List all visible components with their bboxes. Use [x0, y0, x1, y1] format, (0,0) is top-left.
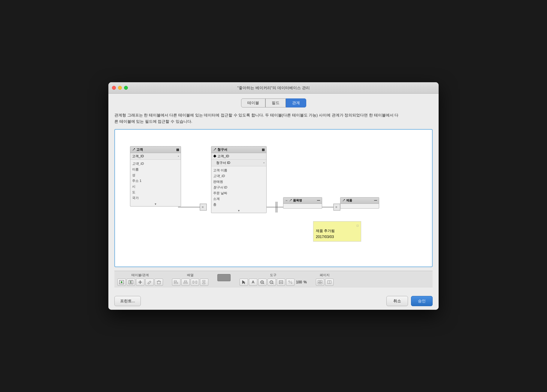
toolbar-tools: 도구 A	[240, 273, 307, 286]
note-box-header: □	[316, 224, 358, 227]
table-row: 이름	[132, 167, 179, 172]
svg-point-46	[291, 282, 292, 284]
toolbar-page: 페이지	[316, 273, 334, 286]
toolbar-page-buttons	[316, 279, 334, 286]
fit-button[interactable]	[277, 279, 285, 286]
page-grid-button[interactable]	[316, 279, 324, 286]
tab-relation[interactable]: 관계	[286, 98, 306, 107]
toolbar-arrangement: 배열	[172, 273, 208, 286]
add-table-button[interactable]	[117, 279, 126, 286]
svg-text:=: =	[335, 205, 337, 209]
svg-rect-7	[334, 204, 340, 210]
product-name-header: ← ↗ 품목명 —	[283, 198, 322, 204]
print-button[interactable]: 프린트...	[114, 296, 141, 306]
tab-table[interactable]: 테이블	[241, 98, 265, 107]
product-header: ↗ 제품 —	[340, 198, 379, 204]
table-row: 성	[132, 172, 179, 178]
svg-rect-26	[193, 281, 194, 283]
invoice-fields: 고객 이름 고객_ID 판매원 청구서 ID 주문 날짜 소계 총	[211, 166, 266, 209]
distribute-v-button[interactable]	[200, 279, 208, 286]
svg-rect-19	[157, 281, 160, 284]
svg-rect-23	[174, 282, 178, 284]
delete-button[interactable]	[155, 279, 163, 286]
page-view-button[interactable]	[325, 279, 334, 286]
customer-key-row: 고객_ID •	[130, 153, 181, 160]
note-line2: 2017/03/03	[316, 235, 358, 239]
move-button[interactable]	[136, 279, 144, 286]
invoice-key-row-1: ◆ 고객_ID	[211, 153, 266, 160]
svg-rect-1	[200, 204, 207, 210]
note-box[interactable]: □ 제품 추가됨 2017/03/03	[313, 221, 361, 242]
table-row: 소계	[213, 196, 264, 202]
toolbar-fill	[217, 273, 231, 281]
maximize-button[interactable]	[124, 86, 128, 90]
svg-line-36	[263, 283, 264, 284]
svg-rect-30	[203, 283, 205, 284]
tab-field[interactable]: 필드	[265, 98, 286, 107]
zoom-out-button[interactable]	[267, 279, 276, 286]
bottom-bar: 프린트... 취소 승인	[108, 292, 439, 310]
confirm-button[interactable]: 승인	[411, 296, 433, 306]
table-row: 판매원	[213, 179, 264, 185]
scroll-indicator: ▼	[130, 202, 181, 206]
product-table[interactable]: ↗ 제품 —	[340, 197, 379, 209]
note-line1: 제품 추가됨	[316, 228, 358, 234]
svg-rect-29	[203, 280, 205, 282]
text-tool-button[interactable]: A	[249, 279, 257, 286]
svg-rect-22	[174, 281, 177, 282]
traffic-lights	[112, 86, 128, 90]
right-buttons: 취소 승인	[386, 296, 433, 306]
zoom-in-button[interactable]	[258, 279, 267, 286]
toolbar-tool-label: 도구	[270, 273, 277, 277]
zoom-unit: %	[304, 279, 307, 286]
customer-fields: 고객_ID 이름 성 주소 1 시 도 국가	[130, 160, 181, 202]
edit-button[interactable]	[145, 279, 154, 286]
svg-marker-17	[140, 280, 141, 281]
cancel-button[interactable]: 취소	[386, 296, 408, 306]
svg-rect-47	[318, 280, 320, 282]
toolbar-table-relation-label: 테이블/관계	[131, 273, 149, 277]
table-row: 도	[132, 189, 179, 195]
table-row: 고객_ID	[132, 161, 179, 167]
align-center-button[interactable]	[181, 279, 190, 286]
table-row: 주소 1	[132, 178, 179, 184]
toolbar-fill-buttons	[217, 274, 231, 281]
svg-line-39	[273, 283, 274, 284]
toolbar-table-relation: 테이블/관계 +	[117, 273, 163, 286]
distribute-h-button[interactable]	[191, 279, 199, 286]
main-window: "좋아하는 베이커리"의 데이터베이스 관리 테이블 필드 관계 관계형 그래프…	[108, 82, 439, 310]
svg-marker-32	[242, 280, 245, 284]
toolbar-page-label: 페이지	[320, 273, 330, 277]
table-row: 주문 날짜	[213, 190, 264, 196]
svg-rect-49	[318, 282, 320, 284]
table-row: 고객 이름	[213, 167, 264, 173]
table-row: 청구서 ID	[213, 185, 264, 190]
svg-point-45	[289, 281, 290, 282]
svg-rect-24	[184, 281, 187, 282]
minimize-button[interactable]	[118, 86, 122, 90]
align-left-button[interactable]	[172, 279, 180, 286]
percentage-button[interactable]	[286, 279, 295, 286]
customer-table-header: ↗ 고객 ▤	[130, 146, 181, 153]
toolbar-table-relation-buttons: +	[117, 279, 163, 286]
select-tool-button[interactable]	[240, 279, 248, 286]
close-button[interactable]	[112, 86, 116, 90]
svg-rect-48	[320, 280, 322, 282]
customer-table[interactable]: ↗ 고객 ▤ 고객_ID • 고객_ID 이름 성 주소 1 시 도 국가 ▼	[130, 146, 181, 207]
fill-color-button[interactable]	[217, 274, 231, 281]
invoice-table-header: ↗ 청구서 ▤	[211, 146, 266, 153]
table-row: 총	[213, 202, 264, 207]
table-row: 시	[132, 184, 179, 189]
relationship-graph[interactable]: = = ↗ 고객 ▤ 고객_ID	[114, 129, 433, 267]
svg-line-44	[289, 281, 292, 283]
scroll-indicator: ▼	[211, 209, 266, 213]
add-relation-button[interactable]: +	[127, 279, 135, 286]
toolbar-arrangement-buttons	[172, 279, 208, 286]
product-name-table[interactable]: ← ↗ 품목명 —	[283, 197, 322, 209]
invoice-table[interactable]: ↗ 청구서 ▤ ◆ 고객_ID 청구서 ID • 고객 이름 고객_ID 판매원…	[211, 146, 267, 213]
svg-rect-14	[131, 280, 133, 284]
table-row: 국가	[132, 195, 179, 201]
svg-rect-25	[184, 282, 187, 284]
tab-bar: 테이블 필드 관계	[114, 98, 433, 107]
main-content: 테이블 필드 관계 관계형 그래프는 한 테이블에서 다른 테이블에 있는 데이…	[108, 94, 439, 292]
